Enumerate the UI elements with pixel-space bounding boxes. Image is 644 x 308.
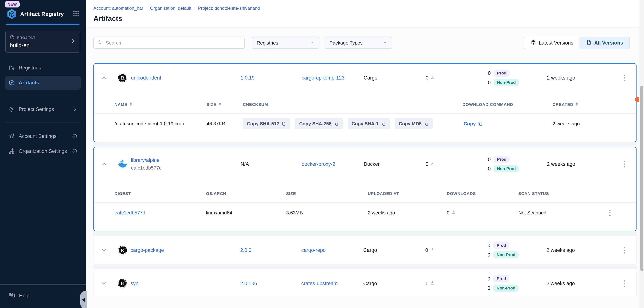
artifact-name-link[interactable]: unicode-ident xyxy=(131,75,161,81)
sidebar-item-registries[interactable]: Registries xyxy=(5,61,81,75)
artifact-package-type: Cargo xyxy=(363,247,425,253)
artifact-version-link[interactable]: 2.0.0 xyxy=(240,247,252,253)
nonprod-count: 0 xyxy=(484,252,490,258)
column-header-checksum: CHECKSUM xyxy=(243,102,462,107)
sidebar-item-label: Account Settings xyxy=(19,133,68,139)
breadcrumb-project-link[interactable]: Project: donotdelete-shivanand xyxy=(198,6,260,11)
prod-count: 0 xyxy=(484,70,491,76)
sidebar-divider xyxy=(5,122,81,123)
versions-subtable: DIGEST OS/ARCH SIZE UPLOADED AT DOWNLOAD… xyxy=(94,188,636,231)
vertical-scrollbar[interactable] xyxy=(639,0,644,308)
help-button[interactable]: ? Help xyxy=(0,285,86,308)
artifact-card-cargo-package: R cargo-package 2.0.0 cargo-repo Cargo 0 xyxy=(94,236,636,265)
breadcrumb-org-link[interactable]: Organization: default xyxy=(150,6,191,11)
project-selector[interactable]: PROJECT build-en xyxy=(5,31,80,53)
prod-badge: Prod xyxy=(494,156,510,163)
rust-cargo-icon: R xyxy=(118,279,127,288)
app-window: NEW Artifact Registry xyxy=(0,0,644,308)
row-menu-button[interactable] xyxy=(622,159,627,169)
search-icon xyxy=(97,40,103,46)
sidebar-collapse-handle[interactable] xyxy=(80,291,88,308)
column-header-scan-status: SCAN STATUS xyxy=(518,191,584,196)
download-icon xyxy=(451,210,456,216)
artifact-registry-link[interactable]: crates-upstream xyxy=(301,281,338,286)
help-chat-icon: ? xyxy=(8,292,15,300)
column-header-created[interactable]: CREATED xyxy=(552,102,636,107)
sort-icon xyxy=(218,102,221,107)
artifact-version: N/A xyxy=(240,161,302,167)
info-icon[interactable] xyxy=(72,148,77,154)
artifact-registry-link[interactable]: cargo-repo xyxy=(301,247,326,253)
artifact-updated: 2 weeks ago xyxy=(547,161,613,167)
sidebar-item-account-settings[interactable]: Account Settings xyxy=(5,129,81,143)
artifact-name-link[interactable]: cargo-package xyxy=(130,247,164,253)
card-gap xyxy=(94,265,636,269)
column-header-name[interactable]: NAME xyxy=(114,102,206,107)
sidebar: NEW Artifact Registry xyxy=(0,0,86,308)
copy-icon xyxy=(334,121,338,126)
scrollbar-thumb[interactable] xyxy=(640,86,644,271)
copy-md5-button[interactable]: Copy MD5 xyxy=(395,118,433,129)
digest-link[interactable]: eafc1edb577d xyxy=(114,210,145,216)
collapse-row-button[interactable] xyxy=(100,74,108,82)
breadcrumb: Account: automation_har › Organization: … xyxy=(94,6,636,11)
sidebar-item-project-settings[interactable]: Project Settings xyxy=(5,102,81,116)
file-size: 46.37KB xyxy=(206,121,243,127)
artifact-registry-logo-icon xyxy=(6,9,17,20)
expand-row-button[interactable] xyxy=(100,279,108,288)
row-menu-button[interactable] xyxy=(608,208,612,218)
org-hierarchy-gear-icon xyxy=(8,148,15,154)
svg-text:R: R xyxy=(121,75,125,81)
artifact-updated: 2 weeks ago xyxy=(547,75,613,81)
svg-text:R: R xyxy=(121,248,124,253)
artifact-downloads-count: 0 xyxy=(425,247,428,253)
sidebar-item-organization-settings[interactable]: Organization Settings xyxy=(5,144,81,158)
layers-icon xyxy=(531,40,536,46)
search-input[interactable] xyxy=(105,40,241,46)
copy-sha256-button[interactable]: Copy SHA-256 xyxy=(295,118,342,129)
breadcrumb-account-link[interactable]: Account: automation_har xyxy=(94,6,143,11)
prod-count: 0 xyxy=(484,276,490,282)
package-types-filter-dropdown[interactable]: Package Types xyxy=(324,37,392,49)
file-icon xyxy=(586,40,592,46)
artifact-registry-link[interactable]: cargo-up-temp-123 xyxy=(302,75,344,81)
nonprod-badge: Non-Prod xyxy=(493,285,519,292)
all-versions-button[interactable]: All Versions xyxy=(580,37,630,49)
sidebar-item-artifacts[interactable]: Artifacts xyxy=(5,76,81,90)
artifact-registry-link[interactable]: docker-proxy-2 xyxy=(302,161,335,167)
artifact-row: R syn 2.0.106 crates-upstream Cargo 1 xyxy=(94,269,636,298)
package-types-filter-label: Package Types xyxy=(330,40,362,46)
breadcrumb-separator: › xyxy=(146,6,147,11)
digest-os-arch: linux/amd64 xyxy=(206,210,286,216)
artifact-version-link[interactable]: 1.0.19 xyxy=(240,75,254,81)
artifact-version-link[interactable]: 2.0.106 xyxy=(240,281,257,286)
docker-whale-icon xyxy=(118,159,128,169)
row-menu-button[interactable] xyxy=(622,73,627,83)
copy-download-command-button[interactable]: Copy xyxy=(462,121,484,127)
artifact-package-type: Cargo xyxy=(364,75,426,81)
row-menu-button[interactable] xyxy=(622,245,627,255)
collapse-left-icon xyxy=(82,298,85,302)
copy-sha512-button[interactable]: Copy SHA-512 xyxy=(243,118,290,129)
row-menu-button[interactable] xyxy=(622,278,627,289)
artifact-name-link[interactable]: syn xyxy=(130,281,138,286)
latest-versions-label: Latest Versions xyxy=(539,40,574,46)
gear-icon xyxy=(8,106,15,112)
download-icon xyxy=(430,247,435,253)
copy-sha1-button[interactable]: Copy SHA-1 xyxy=(348,118,390,129)
registries-filter-dropdown[interactable]: Registries xyxy=(252,37,319,49)
download-icon xyxy=(430,75,435,81)
collapse-row-button[interactable] xyxy=(100,160,108,168)
nonprod-badge: Non-Prod xyxy=(494,165,519,172)
info-icon[interactable] xyxy=(72,134,77,139)
module-grid-icon[interactable] xyxy=(73,11,79,18)
artifact-name-link[interactable]: library/alpine xyxy=(131,157,160,163)
latest-versions-button[interactable]: Latest Versions xyxy=(524,37,580,49)
column-header-size[interactable]: SIZE xyxy=(206,102,243,107)
prod-count: 0 xyxy=(484,243,490,248)
artifact-digest: eafc1edb577d xyxy=(131,165,162,171)
file-row: /cratesunicode-ident-1.0.19.crate 46.37K… xyxy=(94,114,636,134)
files-subtable: NAME SIZE CHECKSUM xyxy=(94,99,636,142)
nonprod-badge: Non-Prod xyxy=(494,79,519,86)
expand-row-button[interactable] xyxy=(100,246,108,254)
